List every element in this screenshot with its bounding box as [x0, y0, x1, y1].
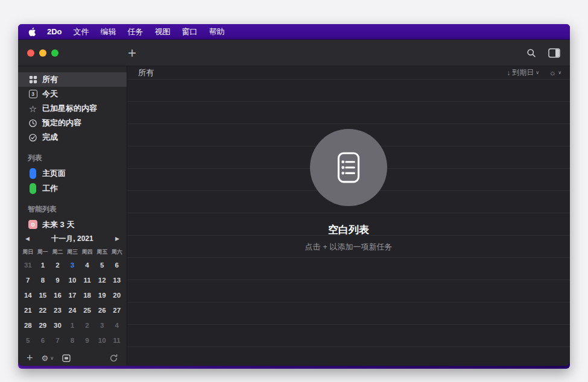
calendar-day[interactable]: 16 — [50, 287, 65, 302]
calendar-day[interactable]: 23 — [50, 302, 65, 318]
calendar-day[interactable]: 6 — [109, 257, 124, 272]
calendar-day[interactable]: 8 — [36, 272, 51, 287]
calendar-day[interactable]: 9 — [50, 272, 65, 287]
sidebar-toolbar: + ⚙ ∨ — [18, 350, 127, 366]
search-icon[interactable] — [526, 48, 536, 58]
calendar-day[interactable]: 15 — [36, 287, 51, 302]
calendar-day[interactable]: 2 — [50, 257, 65, 272]
toggle-calendar-icon[interactable] — [62, 354, 71, 362]
apple-menu-icon[interactable] — [28, 27, 36, 37]
empty-state-circle — [310, 129, 387, 206]
calendar-day[interactable]: 30 — [50, 318, 65, 333]
calendar-day[interactable]: 6 — [36, 333, 51, 348]
calendar-day[interactable]: 27 — [109, 302, 124, 318]
calendar-day[interactable]: 29 — [36, 318, 51, 333]
chevron-down-icon: ∨ — [50, 355, 54, 361]
calendar-day[interactable]: 13 — [109, 272, 124, 287]
zoom-window-button[interactable] — [51, 49, 58, 57]
calendar-day[interactable]: 20 — [109, 287, 124, 302]
calendar-day[interactable]: 22 — [36, 302, 51, 318]
sidebar-item-scheduled[interactable]: 预定的内容 — [18, 116, 127, 130]
dow-label: 周六 — [109, 248, 124, 256]
menu-item-edit[interactable]: 编辑 — [101, 27, 116, 37]
settings-menu-button[interactable]: ⚙ ∨ — [42, 354, 54, 362]
calendar-day[interactable]: 31 — [21, 257, 36, 272]
smart-list-icon: ⚙ — [28, 220, 37, 229]
sidebar-item-home-list[interactable]: 主页面 — [18, 166, 127, 181]
calendar-day[interactable]: 24 — [65, 302, 80, 318]
calendar-day[interactable]: 1 — [36, 257, 51, 272]
calendar-day[interactable]: 14 — [21, 287, 36, 302]
calendar-day[interactable]: 4 — [80, 257, 95, 272]
mini-calendar: ◀ 十一月, 2021 ▶ 周日 周一 周二 周三 周四 周五 周六 — [18, 233, 127, 348]
calendar-day[interactable]: 10 — [95, 333, 110, 348]
calendar-day[interactable]: 4 — [109, 318, 124, 333]
sync-icon[interactable] — [109, 354, 118, 363]
titlebar: + — [18, 40, 570, 66]
grid-icon — [28, 75, 38, 84]
menu-item-task[interactable]: 任务 — [128, 27, 144, 37]
minimize-window-button[interactable] — [39, 49, 46, 57]
calendar-day[interactable]: 19 — [95, 287, 110, 302]
calendar-day[interactable]: 10 — [65, 272, 80, 287]
app-window: + — [18, 40, 570, 366]
sort-arrow-icon: ↓ — [507, 69, 510, 77]
menu-item-file[interactable]: 文件 — [74, 27, 89, 37]
sidebar-item-work-list[interactable]: 工作 — [18, 181, 127, 196]
sidebar-item-label: 未来 3 天 — [42, 219, 74, 230]
calendar-prev-icon[interactable]: ◀ — [25, 236, 34, 242]
menu-item-view[interactable]: 视图 — [155, 27, 171, 37]
toggle-sidebar-icon[interactable] — [548, 48, 560, 58]
calendar-day[interactable]: 12 — [95, 272, 110, 287]
calendar-day[interactable]: 25 — [80, 302, 95, 318]
sidebar-item-done[interactable]: 完成 — [18, 130, 127, 145]
lists-section-header: 列表 — [28, 153, 127, 163]
calendar-day[interactable]: 1 — [65, 318, 80, 333]
calendar-nav: ◀ 十一月, 2021 ▶ — [21, 233, 124, 245]
sidebar-item-label: 主页面 — [42, 168, 66, 179]
menu-item-help[interactable]: 帮助 — [209, 27, 225, 37]
list-color-tag — [30, 168, 36, 179]
calendar-day[interactable]: 7 — [50, 333, 65, 348]
traffic-lights — [18, 49, 58, 57]
sidebar-item-starred[interactable]: ☆ 已加星标的内容 — [18, 101, 127, 116]
sidebar-item-label: 今天 — [42, 89, 58, 99]
calendar-day[interactable]: 3 — [95, 318, 110, 333]
calendar-day[interactable]: 5 — [95, 257, 110, 272]
calendar-grid: 3112345678910111213141516171819202122232… — [21, 257, 124, 348]
calendar-day[interactable]: 17 — [65, 287, 80, 302]
menu-app-name[interactable]: 2Do — [47, 27, 62, 36]
gear-icon: ⚙ — [42, 354, 49, 362]
calendar-day[interactable]: 28 — [21, 318, 36, 333]
view-options-dropdown[interactable]: ☼ ∨ — [549, 69, 561, 77]
main-header: 所有 ↓ 到期日 ∨ ☼ ∨ — [127, 66, 570, 80]
main-header-actions: ↓ 到期日 ∨ ☼ ∨ — [507, 67, 561, 78]
calendar-day[interactable]: 11 — [80, 272, 95, 287]
calendar-day[interactable]: 21 — [21, 302, 36, 318]
titlebar-actions — [526, 48, 570, 58]
calendar-day-today[interactable]: 3 — [65, 257, 80, 272]
calendar-day[interactable]: 9 — [80, 333, 95, 348]
sidebar-item-today[interactable]: 3 今天 — [18, 87, 127, 101]
sidebar-item-next3days[interactable]: ⚙ 未来 3 天 — [18, 217, 127, 232]
calendar-day[interactable]: 5 — [21, 333, 36, 348]
clock-icon — [28, 119, 38, 128]
add-task-button[interactable]: + — [128, 40, 136, 66]
calendar-day[interactable]: 18 — [80, 287, 95, 302]
sidebar-item-all[interactable]: 所有 — [18, 72, 127, 87]
calendar-day[interactable]: 11 — [109, 333, 124, 348]
sidebar-item-label: 完成 — [42, 132, 58, 143]
task-list-area[interactable]: 空白列表 点击 + 以添加一项新任务 — [127, 80, 570, 366]
calendar-day[interactable]: 8 — [65, 333, 80, 348]
calendar-next-icon[interactable]: ▶ — [111, 236, 119, 242]
close-window-button[interactable] — [27, 49, 34, 57]
menu-item-window[interactable]: 窗口 — [182, 27, 198, 37]
calendar-day[interactable]: 2 — [80, 318, 95, 333]
check-circle-icon — [28, 133, 38, 142]
calendar-day[interactable]: 26 — [95, 302, 110, 318]
sort-dropdown[interactable]: ↓ 到期日 ∨ — [507, 67, 539, 78]
empty-state: 空白列表 点击 + 以添加一项新任务 — [305, 129, 393, 252]
calendar-day[interactable]: 7 — [21, 272, 36, 287]
dow-label: 周二 — [50, 248, 65, 256]
add-list-button[interactable]: + — [27, 352, 33, 363]
